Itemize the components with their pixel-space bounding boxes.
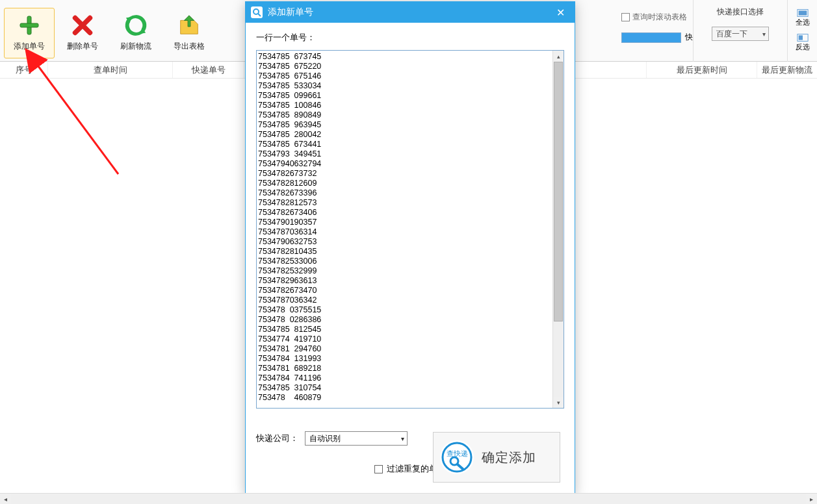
plus-icon — [16, 12, 42, 38]
close-button[interactable]: ✕ — [551, 6, 569, 19]
svg-point-6 — [253, 9, 259, 14]
col-query-time[interactable]: 查单时间 — [48, 62, 173, 78]
col-last-update-time[interactable]: 最后更新时间 — [647, 62, 757, 78]
scroll-thumb[interactable] — [554, 62, 563, 321]
refresh-button[interactable]: 刷新物流 — [110, 8, 161, 58]
chevron-down-icon: ▾ — [401, 435, 404, 442]
select-inverse-label: 反选 — [796, 42, 810, 52]
interface-value: 百度一下 — [716, 29, 747, 40]
speed-slider[interactable] — [621, 32, 681, 43]
scroll-option-group: 查询时滚动表格 快 — [621, 0, 693, 43]
delete-icon — [70, 12, 96, 38]
add-label: 添加单号 — [14, 41, 45, 52]
select-all-button[interactable]: 全选 — [792, 5, 813, 30]
refresh-icon — [123, 12, 149, 38]
col-last-update-loc[interactable]: 最后更新物流 — [757, 62, 817, 78]
company-dropdown[interactable]: 自动识别 ▾ — [305, 431, 408, 446]
svg-rect-3 — [798, 10, 807, 15]
dialog-titlebar[interactable]: 添加新单号 ✕ — [246, 2, 575, 23]
company-value: 自动识别 — [309, 433, 341, 444]
delete-label: 删除单号 — [67, 41, 98, 52]
select-all-label: 全选 — [796, 18, 810, 27]
scroll-right-icon[interactable]: ▸ — [806, 494, 817, 504]
svg-rect-5 — [798, 35, 802, 40]
tracking-textarea-wrap: ▴ ▾ — [256, 50, 564, 409]
col-tracking-no[interactable]: 快递单号 — [173, 62, 244, 78]
filter-duplicate-checkbox[interactable] — [374, 465, 383, 473]
interface-dropdown[interactable]: 百度一下 ▾ — [712, 27, 769, 41]
col-seq[interactable]: 序号 — [0, 62, 48, 78]
confirm-add-button[interactable]: 查快递 确定添加 — [433, 432, 560, 483]
scroll-left-icon[interactable]: ◂ — [0, 494, 11, 504]
speed-label: 快 — [685, 32, 693, 43]
search-icon — [251, 6, 263, 18]
add-tracking-button[interactable]: 添加单号 — [4, 8, 55, 58]
arrow-to-add — [36, 64, 118, 174]
export-icon — [176, 12, 202, 38]
scroll-checkbox-label: 查询时滚动表格 — [632, 12, 687, 23]
confirm-label: 确定添加 — [482, 449, 536, 466]
export-label: 导出表格 — [174, 41, 205, 52]
toolbar-group: 添加单号 删除单号 刷新物流 — [0, 0, 218, 62]
interface-select-group: 快递接口选择 百度一下 ▾ — [693, 0, 787, 62]
scroll-checkbox[interactable] — [621, 13, 630, 21]
toolbar-right: 查询时滚动表格 快 快递接口选择 百度一下 ▾ 全选 反选 — [621, 0, 817, 62]
lookup-icon: 查快递 — [440, 440, 474, 474]
svg-line-7 — [258, 14, 261, 16]
dialog-body: 一行一个单号： ▴ ▾ 快递公司： 自动识别 ▾ 过滤重复的单号 — [246, 23, 575, 494]
interface-title: 快递接口选择 — [717, 6, 764, 18]
refresh-label: 刷新物流 — [120, 41, 151, 52]
grid-horizontal-scrollbar[interactable]: ◂ ▸ — [0, 493, 817, 504]
export-button[interactable]: 导出表格 — [164, 8, 214, 58]
tracking-textarea[interactable] — [257, 51, 552, 408]
chevron-down-icon: ▾ — [762, 31, 766, 38]
selection-group: 全选 反选 — [787, 0, 817, 62]
dialog-title: 添加新单号 — [268, 6, 313, 18]
add-tracking-dialog: 添加新单号 ✕ 一行一个单号： ▴ ▾ 快递公司： 自动识别 ▾ 过滤重复的单号 — [245, 1, 575, 495]
company-label: 快递公司： — [256, 433, 298, 444]
scroll-down-icon[interactable]: ▾ — [553, 397, 564, 408]
svg-text:查快递: 查快递 — [447, 449, 468, 457]
input-hint: 一行一个单号： — [256, 32, 564, 44]
scroll-up-icon[interactable]: ▴ — [553, 51, 564, 62]
scroll-track[interactable] — [11, 494, 806, 504]
svg-rect-1 — [20, 23, 38, 27]
select-inverse-button[interactable]: 反选 — [792, 30, 813, 55]
textarea-scrollbar[interactable]: ▴ ▾ — [552, 51, 564, 408]
delete-tracking-button[interactable]: 删除单号 — [57, 8, 108, 58]
